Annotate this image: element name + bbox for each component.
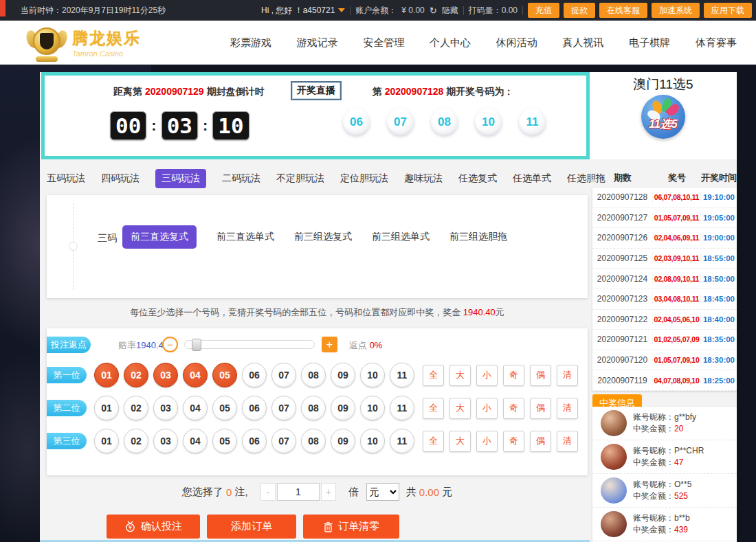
quick-button-1-1[interactable]: 大	[449, 398, 471, 419]
rebate-slider[interactable]	[184, 340, 315, 349]
number-ball-2-03[interactable]: 03	[153, 429, 178, 453]
hide-balance-link[interactable]: 隐藏	[442, 5, 458, 16]
history-numbers: 01,05,07,09,11	[653, 214, 701, 222]
number-ball-1-03[interactable]: 03	[153, 396, 178, 420]
quick-button-0-2[interactable]: 小	[476, 365, 498, 386]
number-ball-0-07[interactable]: 07	[271, 363, 296, 387]
quick-button-1-3[interactable]: 奇	[503, 398, 524, 419]
number-ball-1-02[interactable]: 02	[124, 396, 148, 420]
topbar-button-4[interactable]: 应用下载	[704, 3, 752, 18]
subtab-1[interactable]: 前三直选单式	[216, 231, 274, 243]
number-ball-1-06[interactable]: 06	[242, 396, 267, 420]
number-ball-0-04[interactable]: 04	[183, 363, 208, 387]
quick-button-2-0[interactable]: 全	[423, 431, 444, 452]
number-ball-2-09[interactable]: 09	[331, 429, 355, 453]
quick-button-0-4[interactable]: 偶	[530, 365, 551, 386]
multiplier-decrease-button[interactable]: -	[260, 483, 276, 501]
nav-item-4[interactable]: 休闲活动	[496, 36, 537, 49]
number-ball-2-07[interactable]: 07	[271, 429, 296, 453]
nav-item-7[interactable]: 体育赛事	[696, 36, 737, 49]
number-ball-1-04[interactable]: 04	[183, 396, 208, 420]
nav-item-6[interactable]: 电子棋牌	[629, 36, 670, 49]
live-draw-button[interactable]: 开奖直播	[291, 81, 342, 100]
subtab-4[interactable]: 前三组选胆拖	[449, 231, 507, 243]
number-ball-0-11[interactable]: 11	[390, 363, 414, 387]
number-ball-2-11[interactable]: 11	[390, 429, 414, 453]
user-greeting[interactable]: Hi , 您好 ！a450721	[261, 5, 345, 16]
game-title: 澳门11选5	[590, 76, 737, 93]
clear-order-button[interactable]: 订单清零	[303, 515, 399, 539]
number-ball-0-08[interactable]: 08	[301, 363, 326, 387]
quick-button-0-5[interactable]: 清	[557, 365, 578, 386]
rebate-minus-button[interactable]: −	[162, 337, 178, 352]
quick-button-0-1[interactable]: 大	[449, 365, 471, 386]
nav-item-3[interactable]: 个人中心	[430, 36, 471, 49]
quick-button-2-1[interactable]: 大	[449, 431, 471, 452]
tab-3[interactable]: 二码玩法	[222, 172, 260, 185]
topbar-button-2[interactable]: 在线客服	[599, 3, 647, 18]
quick-button-0-0[interactable]: 全	[423, 365, 444, 386]
quick-button-1-5[interactable]: 清	[557, 398, 578, 419]
topbar-button-3[interactable]: 加速系统	[652, 3, 700, 18]
unit-select[interactable]: 元	[366, 483, 399, 501]
quick-button-1-2[interactable]: 小	[476, 398, 498, 419]
number-ball-1-01[interactable]: 01	[94, 396, 119, 420]
quick-button-1-4[interactable]: 偶	[530, 398, 551, 419]
quick-button-1-0[interactable]: 全	[423, 398, 444, 419]
multiplier-input[interactable]	[277, 483, 320, 501]
number-ball-0-01[interactable]: 01	[94, 363, 119, 387]
quick-button-2-2[interactable]: 小	[476, 431, 498, 452]
number-ball-2-04[interactable]: 04	[183, 429, 208, 453]
number-ball-0-09[interactable]: 09	[331, 363, 355, 387]
tab-1[interactable]: 四码玩法	[101, 172, 140, 185]
nav-item-0[interactable]: 彩票游戏	[230, 36, 271, 49]
tab-0[interactable]: 五码玩法	[47, 172, 85, 185]
number-ball-1-05[interactable]: 05	[212, 396, 237, 420]
number-ball-2-01[interactable]: 01	[94, 429, 119, 453]
number-ball-0-10[interactable]: 10	[360, 363, 385, 387]
quick-button-0-3[interactable]: 奇	[503, 365, 524, 386]
confirm-bet-button[interactable]: ¥ 确认投注	[107, 515, 200, 539]
number-ball-1-07[interactable]: 07	[271, 396, 296, 420]
topbar-button-0[interactable]: 充值	[528, 3, 559, 18]
quick-button-2-5[interactable]: 清	[557, 431, 578, 452]
nav-item-2[interactable]: 安全管理	[363, 36, 404, 49]
group-label: 三码	[98, 232, 117, 245]
refresh-icon[interactable]: ↻	[430, 5, 437, 16]
number-ball-1-11[interactable]: 11	[390, 396, 414, 420]
tab-8[interactable]: 任选单式	[513, 172, 551, 185]
rebate-plus-button[interactable]: +	[322, 337, 337, 352]
tab-6[interactable]: 趣味玩法	[404, 172, 443, 185]
history-issue: 20200907119	[592, 376, 653, 385]
number-ball-1-10[interactable]: 10	[360, 396, 385, 420]
multiplier-increase-button[interactable]: +	[321, 483, 336, 501]
subtab-2[interactable]: 前三组选复式	[294, 231, 352, 243]
number-ball-0-03[interactable]: 03	[153, 363, 178, 387]
quick-button-2-4[interactable]: 偶	[530, 431, 551, 452]
number-ball-1-08[interactable]: 08	[301, 396, 326, 420]
number-ball-0-06[interactable]: 06	[242, 363, 267, 387]
tab-5[interactable]: 定位胆玩法	[340, 172, 388, 185]
tab-2[interactable]: 三码玩法	[155, 169, 206, 188]
number-ball-1-09[interactable]: 09	[331, 396, 355, 420]
number-ball-0-05[interactable]: 05	[212, 363, 237, 387]
number-ball-2-10[interactable]: 10	[360, 429, 385, 453]
add-order-button[interactable]: 添加订单	[207, 515, 296, 539]
brand[interactable]: 腾龙娱乐 Tamron Casino	[27, 23, 141, 62]
topbar-button-1[interactable]: 提款	[564, 3, 595, 18]
number-ball-2-08[interactable]: 08	[301, 429, 326, 453]
nav-item-1[interactable]: 游戏记录	[297, 36, 338, 49]
number-ball-2-06[interactable]: 06	[242, 429, 267, 453]
tab-4[interactable]: 不定胆玩法	[276, 172, 324, 185]
number-ball-0-02[interactable]: 02	[124, 363, 148, 387]
bet-card: 投注返点 赔率1940.40 − + 返点 0% 第一位010203040506…	[47, 328, 588, 475]
quick-button-2-3[interactable]: 奇	[503, 431, 524, 452]
nav-item-5[interactable]: 真人视讯	[563, 36, 604, 49]
number-ball-2-02[interactable]: 02	[124, 429, 148, 453]
subtab-0[interactable]: 前三直选复式	[122, 225, 197, 249]
tab-7[interactable]: 任选复式	[458, 172, 497, 185]
rebate-slider-handle[interactable]	[192, 339, 201, 351]
play-mode-tabs: 五码玩法四码玩法三码玩法二码玩法不定胆玩法定位胆玩法趣味玩法任选复式任选单式任选…	[47, 168, 590, 189]
subtab-3[interactable]: 前三组选单式	[372, 231, 430, 243]
number-ball-2-05[interactable]: 05	[212, 429, 237, 453]
